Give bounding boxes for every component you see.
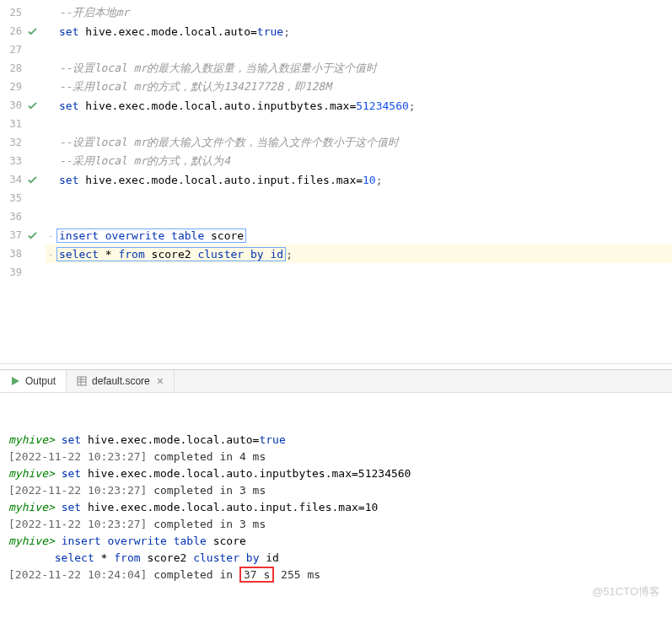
console-prompt: myhive> — [8, 535, 55, 547]
svg-rect-1 — [78, 377, 86, 385]
gutter-row: 29 — [0, 78, 39, 96]
timestamp: [2022-11-22 10:24:04] — [8, 568, 147, 581]
console-line: [2022-11-22 10:23:27] completed in 3 ms — [8, 482, 664, 499]
gutter-row: 25 — [0, 3, 39, 22]
line-number: 31 — [0, 118, 25, 130]
line-number: 37 — [0, 229, 25, 241]
gutter-row: 34 — [0, 170, 39, 189]
code-line[interactable] — [46, 207, 672, 226]
console-output[interactable]: myhive> set hive.exec.mode.local.auto=tr… — [0, 393, 672, 605]
timestamp: [2022-11-22 10:23:27] — [8, 484, 147, 497]
console-line: [2022-11-22 10:23:27] completed in 3 ms — [8, 516, 664, 533]
tab-table-label: default.score — [92, 375, 150, 387]
code-line[interactable]: -select * from score2 cluster by id; — [46, 245, 672, 263]
code-line[interactable] — [46, 263, 672, 282]
tab-output[interactable]: Output — [0, 370, 67, 392]
watermark: @51CTO博客 — [592, 583, 660, 600]
gutter-row: 38 — [0, 245, 39, 263]
gutter-row: 35 — [0, 189, 39, 207]
run-marker-icon — [25, 231, 39, 240]
table-icon — [77, 376, 87, 386]
timestamp: [2022-11-22 10:23:27] — [8, 518, 147, 530]
line-number: 35 — [0, 192, 25, 204]
output-tabs: Output default.score × — [0, 369, 672, 393]
line-number: 27 — [0, 44, 25, 56]
fold-icon[interactable]: - — [46, 231, 56, 240]
line-number: 33 — [0, 155, 25, 167]
code-line[interactable]: set hive.exec.mode.local.auto=true; — [46, 22, 672, 40]
timestamp: [2022-11-22 10:23:27] — [8, 450, 147, 463]
console-line: select * from score2 cluster by id — [8, 550, 664, 567]
code-line[interactable] — [46, 40, 672, 59]
code-editor[interactable]: 252627282930313233343536373839 --开启本地mrs… — [0, 0, 672, 364]
tab-table[interactable]: default.score × — [67, 370, 175, 392]
console-prompt: myhive> — [8, 501, 55, 513]
console-line: myhive> set hive.exec.mode.local.auto.in… — [8, 499, 664, 516]
gutter-row: 33 — [0, 152, 39, 170]
console-line: myhive> insert overwrite table score — [8, 533, 664, 550]
run-marker-icon — [25, 175, 39, 185]
console-line: [2022-11-22 10:23:27] completed in 4 ms — [8, 449, 664, 465]
line-number: 25 — [0, 7, 25, 19]
line-number: 36 — [0, 211, 25, 223]
console-line: [2022-11-22 10:24:04] completed in 37 s … — [8, 567, 664, 583]
line-number: 30 — [0, 99, 25, 111]
gutter-row: 31 — [0, 115, 39, 133]
code-line[interactable]: set hive.exec.mode.local.auto.inputbytes… — [46, 96, 672, 115]
highlight-box: 37 s — [239, 567, 274, 583]
gutter-row: 27 — [0, 40, 39, 59]
close-icon[interactable]: × — [157, 375, 164, 387]
selection-box: insert overwrite table score — [56, 228, 246, 243]
console-line: myhive> set hive.exec.mode.local.auto.in… — [8, 465, 664, 482]
fold-icon[interactable]: - — [46, 250, 56, 259]
gutter-row: 26 — [0, 22, 39, 40]
line-number: 29 — [0, 81, 25, 93]
line-number: 32 — [0, 137, 25, 148]
line-number: 39 — [0, 266, 25, 278]
code-line[interactable]: --采用local mr的方式，默认为134217728，即128M — [46, 78, 672, 96]
tab-output-label: Output — [25, 375, 56, 387]
gutter-row: 32 — [0, 133, 39, 152]
console-line: myhive> set hive.exec.mode.local.auto=tr… — [8, 432, 664, 449]
code-line[interactable]: --设置local mr的最大输入数据量，当输入数据量小于这个值时 — [46, 59, 672, 78]
gutter-row: 28 — [0, 59, 39, 78]
run-icon — [10, 376, 20, 386]
gutter-row: 39 — [0, 263, 39, 282]
run-marker-icon — [25, 27, 39, 36]
gutter-row: 30 — [0, 96, 39, 115]
code-line[interactable]: -insert overwrite table score — [46, 226, 672, 245]
line-number: 38 — [0, 248, 25, 260]
console-prompt: myhive> — [8, 433, 55, 446]
line-number: 26 — [0, 25, 25, 37]
code-line[interactable] — [46, 189, 672, 207]
editor-gutter: 252627282930313233343536373839 — [0, 0, 39, 363]
code-line[interactable]: --采用local mr的方式，默认为4 — [46, 152, 672, 170]
console-prompt: myhive> — [8, 467, 55, 480]
gutter-row: 37 — [0, 226, 39, 245]
run-marker-icon — [25, 101, 39, 110]
code-line[interactable]: --开启本地mr — [46, 3, 672, 22]
gutter-row: 36 — [0, 207, 39, 226]
svg-marker-0 — [12, 377, 19, 385]
selection-box: select * from score2 cluster by id — [56, 247, 286, 261]
line-number: 28 — [0, 62, 25, 74]
code-line[interactable]: --设置local mr的最大输入文件个数，当输入文件个数小于这个值时 — [46, 133, 672, 152]
line-number: 34 — [0, 174, 25, 185]
code-line[interactable]: set hive.exec.mode.local.auto.input.file… — [46, 170, 672, 189]
code-line[interactable] — [46, 115, 672, 133]
editor-code-area[interactable]: --开启本地mrset hive.exec.mode.local.auto=tr… — [39, 0, 672, 363]
